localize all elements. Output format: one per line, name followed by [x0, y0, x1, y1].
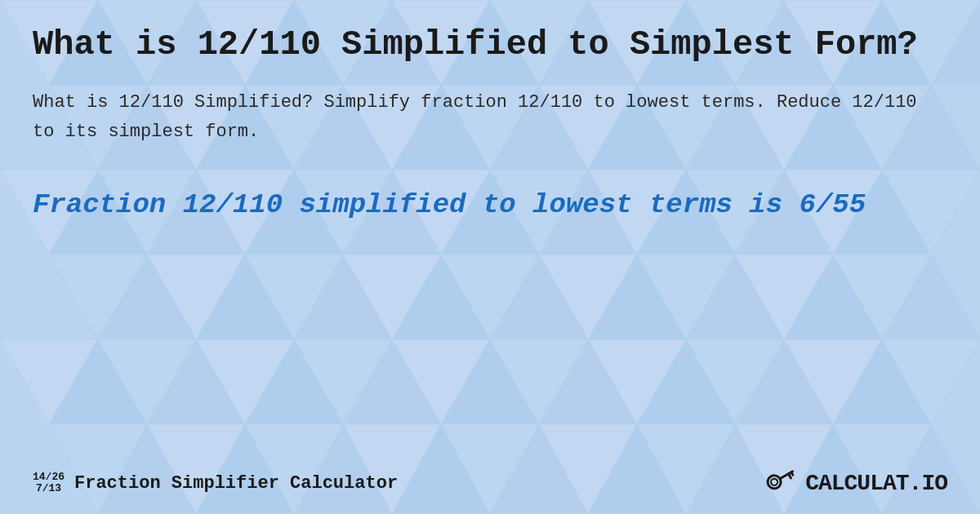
fraction-bottom: 7/13: [36, 483, 61, 494]
result-section: Fraction 12/110 simplified to lowest ter…: [33, 187, 947, 223]
svg-point-113: [766, 473, 783, 491]
description-text: What is 12/110 Simplified? Simplify frac…: [33, 88, 947, 145]
footer-left: 14/26 7/13 Fraction Simplifier Calculato…: [33, 472, 398, 495]
result-title: Fraction 12/110 simplified to lowest ter…: [33, 187, 947, 223]
fraction-top: 14/26: [33, 472, 65, 483]
svg-point-114: [770, 477, 779, 486]
footer-brand: CALCULAT.IO: [766, 468, 947, 498]
footer-fraction: 14/26 7/13: [33, 472, 65, 495]
footer-label: Fraction Simplifier Calculator: [74, 473, 398, 494]
key-icon: [766, 468, 799, 498]
page-title: What is 12/110 Simplified to Simplest Fo…: [33, 24, 947, 65]
svg-line-117: [791, 472, 793, 475]
brand-name: CALCULAT.IO: [805, 471, 947, 496]
footer: 14/26 7/13 Fraction Simplifier Calculato…: [33, 468, 947, 498]
svg-line-116: [789, 474, 791, 478]
